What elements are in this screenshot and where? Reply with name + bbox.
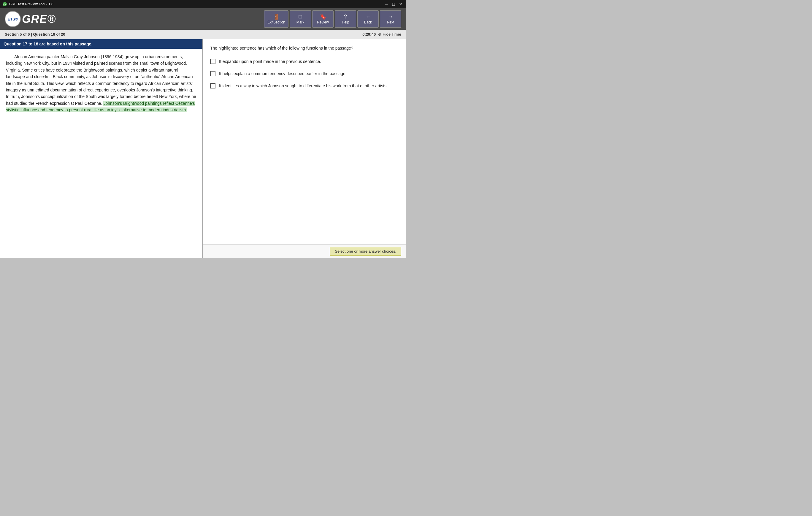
review-button[interactable]: 🔖 Review — [312, 10, 334, 28]
gre-logo-text: GRE® — [22, 13, 56, 25]
back-label: Back — [364, 21, 372, 24]
maximize-button[interactable]: □ — [390, 1, 397, 7]
next-button[interactable]: → Next — [380, 10, 401, 28]
checkbox-b[interactable] — [210, 71, 215, 76]
timer-value: 0:29:40 — [362, 32, 376, 36]
help-icon: ? — [344, 14, 347, 19]
mark-button[interactable]: □ Mark — [290, 10, 311, 28]
title-bar-text: GRE Test Preview Tool - 1.8 — [9, 2, 53, 6]
logo-area: ETS® GRE® — [5, 11, 56, 27]
exit-section-icon: 🚪 — [273, 14, 280, 19]
passage-body: African American painter Malvin Gray Joh… — [0, 49, 202, 258]
help-button[interactable]: ? Help — [335, 10, 356, 28]
nav-buttons: 🚪 ExitSection □ Mark 🔖 Review ? Help ← B… — [264, 10, 401, 28]
mark-label: Mark — [296, 21, 304, 24]
hide-timer-label: Hide Timer — [382, 32, 401, 36]
choice-text-a: It expands upon a point made in the prev… — [219, 58, 321, 65]
close-button[interactable]: ✕ — [398, 1, 404, 7]
passage-header: Question 17 to 18 are based on this pass… — [0, 39, 202, 49]
answer-choice-b[interactable]: It helps explain a common tendency descr… — [210, 71, 399, 77]
question-body: The highlighted sentence has which of th… — [203, 39, 406, 245]
help-label: Help — [342, 21, 349, 24]
app-icon — [2, 2, 7, 6]
hide-timer-button[interactable]: ⊖ Hide Timer — [378, 32, 401, 36]
checkbox-a[interactable] — [210, 59, 215, 64]
passage-text-main: African American painter Malvin Gray Joh… — [6, 53, 197, 113]
mark-icon: □ — [299, 14, 302, 19]
next-icon: → — [388, 14, 393, 19]
exit-section-button[interactable]: 🚪 ExitSection — [264, 10, 288, 28]
review-label: Review — [317, 21, 328, 24]
timer-area: 0:29:40 ⊖ Hide Timer — [362, 32, 401, 36]
passage-header-text: Question 17 to 18 are based on this pass… — [4, 41, 93, 46]
answer-choices: It expands upon a point made in the prev… — [210, 58, 399, 89]
main-content: Question 17 to 18 are based on this pass… — [0, 39, 406, 258]
ets-logo: ETS® — [5, 11, 21, 27]
hint-bar: Select one or more answer choices. — [203, 245, 406, 258]
title-bar: GRE Test Preview Tool - 1.8 ─ □ ✕ — [0, 0, 406, 8]
answer-choice-a[interactable]: It expands upon a point made in the prev… — [210, 58, 399, 65]
section-info: Section 5 of 6 | Question 18 of 20 — [5, 32, 65, 36]
gre-logo: GRE® — [22, 13, 56, 26]
hint-text: Select one or more answer choices. — [335, 249, 396, 254]
passage-panel: Question 17 to 18 are based on this pass… — [0, 39, 203, 258]
exit-section-label: ExitSection — [267, 21, 285, 24]
passage-text-before-highlight: African American painter Malvin Gray Joh… — [6, 54, 196, 106]
app-container: ETS® GRE® 🚪 ExitSection □ Mark 🔖 Review … — [0, 8, 406, 258]
title-bar-controls: ─ □ ✕ — [383, 1, 404, 7]
question-panel: The highlighted sentence has which of th… — [203, 39, 406, 258]
review-icon: 🔖 — [320, 14, 326, 19]
back-button[interactable]: ← Back — [357, 10, 379, 28]
section-bar: Section 5 of 6 | Question 18 of 20 0:29:… — [0, 30, 406, 39]
next-label: Next — [387, 21, 395, 24]
ets-logo-text: ETS® — [8, 17, 18, 21]
choice-text-b: It helps explain a common tendency descr… — [219, 71, 345, 77]
nav-bar: ETS® GRE® 🚪 ExitSection □ Mark 🔖 Review … — [0, 8, 406, 30]
hint-box: Select one or more answer choices. — [330, 247, 401, 256]
timer-circle-icon: ⊖ — [378, 32, 381, 36]
choice-text-c: It identifies a way in which Johnson sou… — [219, 83, 387, 89]
minimize-button[interactable]: ─ — [383, 1, 389, 7]
svg-point-0 — [3, 2, 7, 6]
back-icon: ← — [365, 14, 371, 19]
question-text: The highlighted sentence has which of th… — [210, 45, 399, 51]
title-bar-left: GRE Test Preview Tool - 1.8 — [2, 2, 53, 6]
answer-choice-c[interactable]: It identifies a way in which Johnson sou… — [210, 83, 399, 89]
checkbox-c[interactable] — [210, 83, 215, 88]
